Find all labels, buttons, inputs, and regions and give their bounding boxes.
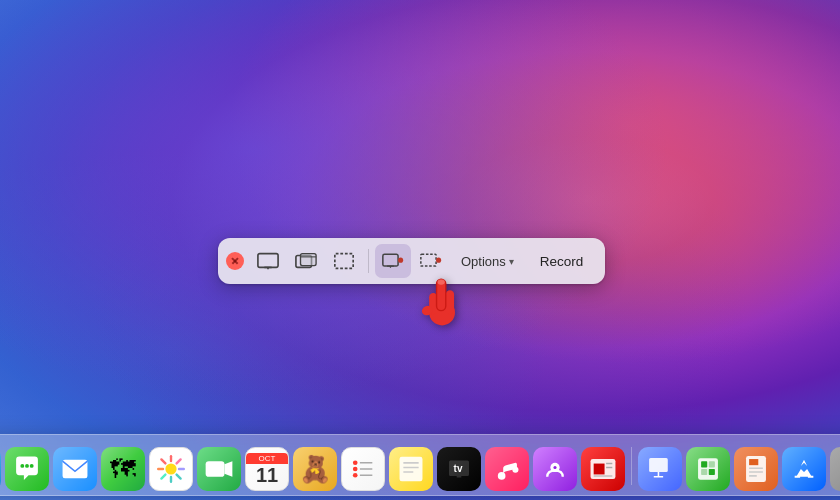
svg-rect-78 [698, 458, 718, 479]
close-button[interactable] [226, 252, 244, 270]
svg-line-50 [177, 475, 181, 479]
options-label: Options [461, 254, 506, 269]
capture-window-button[interactable] [288, 244, 324, 278]
svg-rect-4 [301, 254, 317, 266]
keynote-icon [638, 447, 682, 491]
numbers-icon [686, 447, 730, 491]
svg-point-69 [553, 466, 556, 469]
dock-item-photos[interactable] [149, 447, 193, 491]
svg-rect-7 [383, 254, 398, 266]
settings-icon [830, 447, 840, 491]
svg-point-59 [353, 473, 358, 478]
appletv-icon: tv [437, 447, 481, 491]
safari-icon [0, 447, 1, 491]
dock-item-maps[interactable]: 🗺 [101, 447, 145, 491]
svg-rect-79 [701, 461, 707, 467]
dock-item-safari[interactable] [0, 447, 1, 491]
svg-marker-54 [225, 461, 233, 477]
dock-item-facetime[interactable] [197, 447, 241, 491]
dock-container: 🗺 [0, 434, 840, 500]
svg-point-40 [20, 464, 24, 468]
capture-selection-button[interactable] [326, 244, 362, 278]
svg-line-51 [177, 459, 181, 463]
svg-point-67 [512, 467, 518, 473]
music-icon [485, 447, 529, 491]
dock-item-pages[interactable] [734, 447, 778, 491]
photos-icon [149, 447, 193, 491]
options-chevron: ▾ [509, 256, 514, 267]
appstore-icon [782, 447, 826, 491]
svg-point-66 [498, 472, 506, 480]
svg-point-12 [436, 258, 441, 263]
dock-item-settings[interactable] [830, 447, 840, 491]
svg-text:tv: tv [454, 463, 463, 474]
facetime-icon [197, 447, 241, 491]
svg-rect-80 [709, 461, 715, 467]
reminders-icon [341, 447, 385, 491]
svg-rect-11 [421, 254, 436, 266]
svg-point-57 [353, 467, 358, 472]
toolbar-divider [368, 249, 369, 273]
dock: 🗺 [0, 434, 840, 496]
svg-point-41 [25, 464, 29, 468]
svg-point-10 [398, 258, 403, 263]
record-selection-button[interactable] [413, 244, 449, 278]
dock-item-bear[interactable]: 🧸 [293, 447, 337, 491]
notes-icon [389, 447, 433, 491]
dock-item-news[interactable] [581, 447, 625, 491]
svg-rect-81 [701, 469, 707, 475]
record-button[interactable]: Record [526, 244, 598, 278]
calendar-icon: OCT 11 [245, 447, 289, 491]
pages-icon [734, 447, 778, 491]
svg-rect-82 [709, 469, 715, 475]
svg-rect-84 [749, 459, 758, 465]
podcasts-icon [533, 447, 577, 491]
svg-rect-6 [335, 254, 353, 269]
bear-icon: 🧸 [293, 447, 337, 491]
record-screen-button[interactable] [375, 244, 411, 278]
mail-icon [53, 447, 97, 491]
svg-rect-71 [594, 464, 605, 475]
dock-item-keynote[interactable] [638, 447, 682, 491]
record-label: Record [540, 254, 584, 269]
dock-item-appstore[interactable] [782, 447, 826, 491]
dock-item-podcasts[interactable] [533, 447, 577, 491]
dock-item-numbers[interactable] [686, 447, 730, 491]
dock-item-mail[interactable] [53, 447, 97, 491]
svg-line-52 [161, 475, 165, 479]
svg-line-49 [161, 459, 165, 463]
dock-item-music[interactable] [485, 447, 529, 491]
dock-item-appletv[interactable]: tv [437, 447, 481, 491]
svg-rect-0 [258, 254, 278, 268]
dock-item-notes[interactable] [389, 447, 433, 491]
svg-rect-75 [649, 458, 668, 472]
svg-point-44 [165, 463, 176, 474]
dock-item-messages[interactable] [5, 447, 49, 491]
svg-rect-43 [63, 460, 88, 479]
dock-separator [631, 447, 632, 485]
svg-rect-61 [400, 457, 423, 481]
maps-icon: 🗺 [101, 447, 145, 491]
svg-rect-53 [206, 461, 225, 477]
capture-screen-button[interactable] [250, 244, 286, 278]
svg-point-42 [30, 464, 34, 468]
news-icon [581, 447, 625, 491]
dock-item-reminders[interactable] [341, 447, 385, 491]
options-button[interactable]: Options ▾ [451, 244, 524, 278]
messages-icon [5, 447, 49, 491]
svg-point-55 [353, 460, 358, 465]
dock-item-calendar[interactable]: OCT 11 [245, 447, 289, 491]
screenshot-toolbar: Options ▾ Record [218, 238, 605, 284]
